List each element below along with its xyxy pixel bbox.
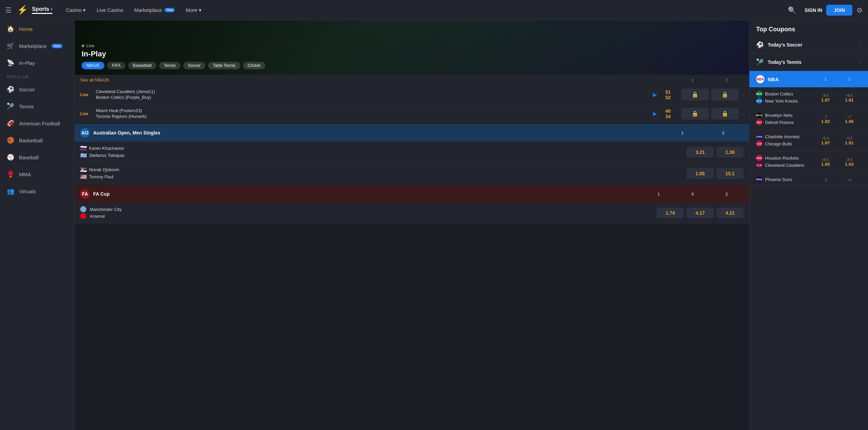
odds-group: -8.5 1.97 +8.5 1.91: [814, 92, 861, 104]
inplay-tab-fifa[interactable]: FIFA: [107, 62, 125, 69]
odds-cell-1[interactable]: -1: [814, 177, 837, 183]
team-logo-icon: [80, 206, 86, 212]
sidebar-item-mma[interactable]: 🥊 MMA: [0, 166, 74, 183]
inplay-icon: 📡: [7, 59, 14, 67]
odds-button-2[interactable]: 4.21: [716, 208, 744, 218]
coupon-tennis-label: Today's Tennis: [768, 59, 860, 65]
see-all-nba2k-link[interactable]: See all NBA2K: [80, 77, 109, 83]
casino-nav-item[interactable]: Casino ▾: [62, 7, 90, 13]
home-icon: 🏠: [7, 25, 14, 33]
join-button[interactable]: JOIN: [826, 5, 852, 16]
sports-nav-item[interactable]: Sports ▾: [32, 6, 52, 14]
match-teams: Miami Heat (Fosters23) Toronto Raptors (…: [96, 108, 649, 120]
odds-button-2[interactable]: 1.38: [716, 147, 744, 158]
live-casino-nav-item[interactable]: Live Casino: [92, 7, 127, 13]
inplay-tab-nba2k[interactable]: NBA2K: [82, 62, 104, 69]
tennis-icon: 🎾: [7, 103, 14, 110]
nba-teams: BKN Brooklyn Nets DET Detroit Pistons: [756, 112, 814, 126]
odds-cell-1[interactable]: -7 1.92: [814, 113, 837, 125]
search-icon[interactable]: 🔍: [788, 6, 796, 14]
sidebar-item-virtuals[interactable]: 👥 Virtuals: [0, 183, 74, 200]
team-logo-icon: HOU: [756, 155, 762, 161]
team2-name: Toronto Raptors (Hunarik): [96, 114, 147, 119]
odds-group: 🔒 🔒: [681, 89, 739, 101]
live-indicator: Live: [82, 43, 742, 48]
odds-cell-1[interactable]: +5.5 1.97: [814, 135, 837, 147]
stream-icon[interactable]: ▶: [653, 110, 657, 117]
match-chevron-icon[interactable]: ›: [742, 92, 744, 97]
score2: 52: [660, 95, 671, 100]
odds-button-1[interactable]: 1.74: [657, 208, 684, 218]
sidebar-item-marketplace[interactable]: 🛒 Marketplace New: [0, 37, 74, 54]
odds-button-2[interactable]: 15.1: [716, 168, 744, 179]
table-row: 🇷🇸 Novak Djokovic 🇺🇸 Tommy Paul 1.05 15.…: [75, 163, 749, 184]
fa-col2: 2: [710, 192, 744, 197]
odds-group: 3.21 1.38: [687, 147, 744, 158]
team1-name: Miami Heat (Fosters23): [96, 108, 142, 113]
odds-button-1[interactable]: 1.05: [687, 168, 714, 179]
odds-group: +5.5 1.97 -5.5 1.91: [814, 135, 861, 147]
odds-cell-2[interactable]: +1: [837, 177, 861, 183]
hamburger-menu[interactable]: ☰: [5, 6, 12, 14]
odds-cell-2[interactable]: -5.5 1.91: [837, 135, 861, 147]
match-chevron-icon[interactable]: ›: [742, 111, 744, 117]
odds-group: +8.5 1.95 -8.5 1.93: [814, 156, 861, 168]
stream-icon[interactable]: ▶: [653, 91, 657, 98]
brand-logo: ⚡: [17, 5, 28, 15]
more-nav-item[interactable]: More ▾: [181, 7, 205, 13]
ao-col2: 2: [703, 130, 744, 136]
main-content: Live In-Play NBA2K FIFA Basketball Tenni…: [75, 20, 749, 430]
marketplace-nav-item[interactable]: Marketplace New: [130, 7, 179, 13]
odds-group: 🔒 🔒: [681, 108, 739, 120]
odds-button-x[interactable]: 4.17: [687, 208, 714, 218]
sidebar-item-inplay[interactable]: 📡 In-Play: [0, 54, 74, 71]
inplay-tab-cricket[interactable]: Cricket: [243, 62, 265, 69]
team1-name: Cleveland Cavaliers (Jema11): [96, 89, 155, 94]
odds-button-2[interactable]: 🔒: [711, 89, 739, 101]
team1-name: Brooklyn Nets: [765, 113, 793, 118]
team-logo-icon: BKN: [756, 112, 762, 118]
odds-cell-2[interactable]: -8.5 1.93: [837, 156, 861, 168]
sidebar-item-american-football[interactable]: 🏈 American Football: [0, 115, 74, 132]
baseball-icon: ⚾: [7, 154, 14, 161]
odds-cell-1[interactable]: -8.5 1.97: [814, 92, 837, 104]
team1-name: Manchester City: [90, 207, 122, 212]
table-row: CHA Charlotte Hornets CHI Chicago Bulls …: [749, 130, 868, 151]
sidebar-item-tennis[interactable]: 🎾 Tennis: [0, 98, 74, 115]
team2-name: Tommy Paul: [89, 174, 114, 179]
odds-cell-2[interactable]: +8.5 1.91: [837, 92, 861, 104]
table-row: BOS Boston Celtics NYK New York Knicks -…: [749, 87, 868, 109]
inplay-tab-soccer[interactable]: Soccer: [183, 62, 205, 69]
see-all-nba2k-row: See all NBA2K 1 2: [75, 75, 749, 85]
inplay-tab-table-tennis[interactable]: Table Tennis: [208, 62, 240, 69]
settings-icon[interactable]: ⚙: [856, 6, 863, 14]
odds-cell-2[interactable]: +7 1.96: [837, 113, 861, 125]
inplay-tab-tennis[interactable]: Tennis: [159, 62, 180, 69]
table-row: 🇷🇺 Karen Khachanov 🇬🇷 Stefanos Tsitsipas…: [75, 142, 749, 163]
table-row: Live Cleveland Cavaliers (Jema11) Boston…: [75, 85, 749, 104]
coupon-item-soccer[interactable]: ⚽ Today's Soccer ›: [749, 36, 868, 54]
team2-name: Detroit Pistons: [765, 120, 794, 125]
odds-group: 1.74 4.17 4.21: [657, 208, 744, 218]
odds-button-2[interactable]: 🔒: [711, 108, 739, 120]
table-row: PHX Phoenix Suns -1 +1: [749, 173, 868, 187]
live-badge: Live: [80, 92, 92, 97]
live-badge: Live: [80, 111, 92, 116]
sidebar-item-basketball[interactable]: 🏀 Basketball: [0, 132, 74, 149]
odds-button-1[interactable]: 🔒: [681, 108, 709, 120]
odds-cell-1[interactable]: +8.5 1.95: [814, 156, 837, 168]
sidebar-item-soccer[interactable]: ⚽ Soccer: [0, 81, 74, 98]
coupon-item-tennis[interactable]: 🎾 Today's Tennis ›: [749, 54, 868, 71]
tournament-header-australian-open: AO Australian Open, Men Singles 1 2: [75, 124, 749, 142]
odds-button-1[interactable]: 3.21: [687, 147, 714, 158]
team-logo-icon: DET: [756, 119, 762, 125]
team-logo-icon: BOS: [756, 91, 762, 97]
odds-button-1[interactable]: 🔒: [681, 89, 709, 101]
sidebar-item-baseball[interactable]: ⚾ Baseball: [0, 149, 74, 166]
inplay-tab-basketball[interactable]: Basketball: [128, 62, 156, 69]
sign-in-button[interactable]: SIGN IN: [804, 7, 822, 13]
sidebar-item-home[interactable]: 🏠 Home: [0, 20, 74, 37]
auth-buttons: SIGN IN JOIN ⚙: [804, 5, 863, 16]
team2-name: Cleveland Cavaliers: [765, 163, 804, 168]
match-teams: 🇷🇺 Karen Khachanov 🇬🇷 Stefanos Tsitsipas: [80, 145, 681, 159]
